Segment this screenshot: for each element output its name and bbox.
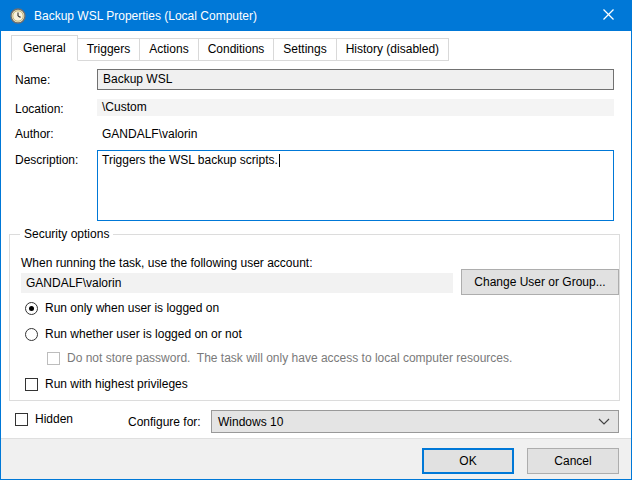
close-button[interactable] <box>586 1 631 31</box>
checkbox-unchecked-icon <box>47 352 60 365</box>
author-value: GANDALF\valorin <box>102 127 197 141</box>
location-value: \Custom <box>97 99 614 116</box>
description-text: Triggers the WSL backup scripts. <box>102 153 278 167</box>
radio-run-whether-label: Run whether user is logged on or not <box>45 328 242 341</box>
tab-conditions[interactable]: Conditions <box>198 38 275 61</box>
tab-strip: General Triggers Actions Conditions Sett… <box>11 35 449 61</box>
tab-actions[interactable]: Actions <box>139 38 198 61</box>
checkbox-no-password: Do not store password. The task will onl… <box>47 352 512 365</box>
tab-settings[interactable]: Settings <box>273 38 336 61</box>
location-label: Location: <box>15 102 64 116</box>
radio-run-whether[interactable]: Run whether user is logged on or not <box>25 328 242 341</box>
change-user-button[interactable]: Change User or Group... <box>461 269 619 295</box>
account-value-field: GANDALF\valorin <box>21 273 453 293</box>
radio-run-logged-on-label: Run only when user is logged on <box>45 302 219 315</box>
checkbox-hidden-label: Hidden <box>35 413 73 426</box>
description-label: Description: <box>15 153 78 167</box>
task-scheduler-clock-icon <box>10 8 26 24</box>
tab-general[interactable]: General <box>11 35 78 61</box>
name-input[interactable]: Backup WSL <box>97 69 614 90</box>
radio-unselected-icon <box>25 328 38 341</box>
chevron-down-icon <box>598 418 610 426</box>
properties-dialog: Backup WSL Properties (Local Computer) G… <box>0 0 632 480</box>
configure-for-dropdown[interactable]: Windows 10 <box>211 410 619 433</box>
radio-selected-icon <box>25 302 38 315</box>
checkbox-highest-privileges[interactable]: Run with highest privileges <box>25 378 188 391</box>
ok-button[interactable]: OK <box>422 448 514 474</box>
checkbox-no-password-label: Do not store password. The task will onl… <box>67 352 512 365</box>
configure-for-label: Configure for: <box>128 415 201 429</box>
tab-triggers[interactable]: Triggers <box>77 38 141 61</box>
checkbox-unchecked-icon <box>25 378 38 391</box>
name-label: Name: <box>15 73 50 87</box>
account-caption: When running the task, use the following… <box>21 256 313 270</box>
checkbox-unchecked-icon <box>15 413 28 426</box>
close-icon <box>603 9 614 23</box>
description-textarea[interactable]: Triggers the WSL backup scripts. <box>97 150 614 221</box>
security-options-title: Security options <box>20 227 113 241</box>
text-caret <box>279 154 280 167</box>
tab-history[interactable]: History (disabled) <box>336 38 449 61</box>
title-bar: Backup WSL Properties (Local Computer) <box>1 1 631 31</box>
checkbox-hidden[interactable]: Hidden <box>15 413 73 426</box>
window-title: Backup WSL Properties (Local Computer) <box>34 9 257 23</box>
configure-for-value: Windows 10 <box>218 415 283 429</box>
cancel-button[interactable]: Cancel <box>527 448 619 474</box>
checkbox-highest-privileges-label: Run with highest privileges <box>45 378 188 391</box>
radio-run-logged-on[interactable]: Run only when user is logged on <box>25 302 219 315</box>
author-label: Author: <box>15 127 54 141</box>
